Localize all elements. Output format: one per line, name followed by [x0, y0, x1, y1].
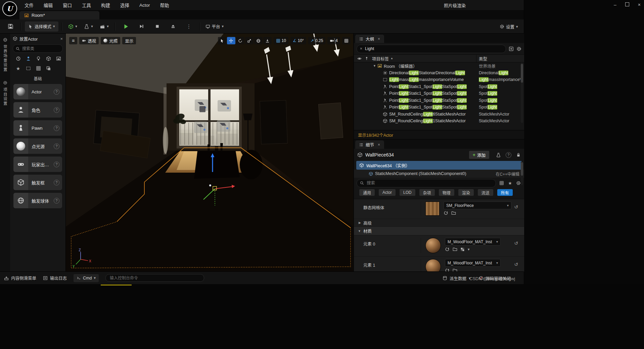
favorites-icon[interactable]: ★: [508, 181, 512, 185]
outliner-row[interactable]: SM_RoundCeilingLight6StaticMeshActorStat…: [354, 111, 524, 118]
checker-icon[interactable]: [460, 247, 465, 252]
console-command-input[interactable]: [105, 274, 204, 282]
help-icon[interactable]: ?: [54, 162, 59, 167]
outliner-search-input[interactable]: [364, 46, 503, 51]
viewport-menu-button[interactable]: ≡: [69, 37, 77, 44]
cmd-dropdown[interactable]: Cmd ▾: [74, 274, 99, 282]
placement-search[interactable]: [13, 44, 63, 53]
lit-mode-dropdown[interactable]: 光照: [101, 37, 120, 44]
placement-search-input[interactable]: [21, 46, 60, 51]
details-search-input[interactable]: [366, 180, 493, 186]
place-item-sphere-trigger[interactable]: 触发球体 ?: [13, 193, 62, 208]
recent-fx-icon[interactable]: ★: [14, 64, 22, 72]
outliner-settings-icon[interactable]: [516, 46, 521, 51]
details-search[interactable]: [357, 179, 496, 187]
item-label-column[interactable]: 项目标签 ▲: [372, 55, 393, 62]
outliner-row[interactable]: PointLightStatic1_SpotLightStaSpotLightS…: [354, 97, 524, 104]
perspective-dropdown[interactable]: 透视: [79, 37, 99, 44]
settings-dropdown[interactable]: 设置 ▾: [498, 21, 520, 32]
filter-physics[interactable]: 物理: [439, 189, 454, 196]
help-icon[interactable]: ?: [54, 125, 59, 131]
content-drawer-button[interactable]: 内容侧滑菜单: [4, 275, 36, 281]
pin-column-icon[interactable]: [365, 56, 369, 60]
outliner-search[interactable]: ×: [357, 45, 506, 53]
filter-actor[interactable]: Actor: [379, 189, 396, 196]
help-icon[interactable]: ?: [506, 152, 511, 158]
eject-button[interactable]: [166, 21, 180, 32]
place-item-character[interactable]: 角色 ?: [13, 102, 62, 118]
viewport-scene[interactable]: Z X Y: [66, 34, 353, 271]
filter-all[interactable]: 所有: [497, 189, 513, 196]
menu-select[interactable]: 选择: [115, 2, 134, 8]
menu-edit[interactable]: 编辑: [39, 2, 58, 8]
collapsed-drawer-indicator[interactable]: [101, 285, 132, 286]
project-settings-tab[interactable]: 项目设置: [2, 88, 8, 106]
recent-light-icon[interactable]: [34, 55, 42, 62]
minimize-button[interactable]: –: [614, 2, 616, 7]
outliner-row-world[interactable]: ▼ Room （编辑器） 世界场景: [354, 62, 524, 70]
menu-build[interactable]: 构建: [96, 2, 115, 8]
outliner-row[interactable]: PointLightStatic1_SpotLightStaSpotLightS…: [354, 83, 524, 90]
tab-details[interactable]: 细节 ×: [355, 140, 384, 149]
place-item-pawn[interactable]: Pawn ?: [13, 120, 62, 136]
recent-volume-icon[interactable]: [24, 64, 32, 72]
browse-to-asset-icon[interactable]: [453, 247, 457, 252]
help-icon[interactable]: ?: [54, 89, 59, 95]
lock-icon[interactable]: [516, 152, 521, 157]
use-selected-asset-icon[interactable]: [445, 247, 450, 252]
recent-level-icon[interactable]: [54, 55, 62, 62]
material-thumbnail[interactable]: [425, 259, 441, 272]
viewport-layout-button[interactable]: [342, 37, 351, 44]
advanced-section[interactable]: ▶ 高级: [354, 219, 524, 227]
grid-snap-control[interactable]: 10: [274, 37, 288, 44]
show-dropdown[interactable]: 显示: [122, 37, 136, 44]
details-scrollbar[interactable]: [521, 162, 523, 185]
outliner-scrollbar[interactable]: [521, 62, 523, 123]
help-icon[interactable]: ?: [54, 198, 59, 204]
scale-tool-button[interactable]: [245, 37, 254, 44]
save-button[interactable]: [3, 21, 17, 32]
filter-streaming[interactable]: 流送: [478, 189, 493, 196]
platforms-dropdown[interactable]: 平台 ▾: [203, 21, 226, 32]
stop-button[interactable]: [150, 21, 165, 32]
outliner-row[interactable]: SM_RoundCeilingLight1StaticMeshActorStat…: [354, 118, 524, 125]
scale-snap-control[interactable]: ↗ 0.25: [308, 37, 325, 44]
play-button[interactable]: [119, 21, 133, 32]
details-settings-icon[interactable]: [516, 181, 521, 185]
display-options-icon[interactable]: [499, 181, 504, 185]
frame-skip-button[interactable]: [135, 21, 149, 32]
menu-window[interactable]: 窗口: [58, 2, 77, 8]
recent-character-icon[interactable]: [24, 55, 32, 62]
materials-section-header[interactable]: ▼ 材质: [354, 227, 524, 235]
reset-to-default-icon[interactable]: ↺: [514, 262, 518, 267]
viewport[interactable]: Z X Y ≡ 透视 光照 显示: [66, 34, 353, 271]
derived-data-button[interactable]: 派生数据 ▾: [443, 275, 471, 281]
select-mode-dropdown[interactable]: 选择模式 ▾: [25, 21, 58, 32]
outliner-row[interactable]: DirectionalLightStationarDirectionalLigh…: [354, 70, 524, 77]
outliner-row[interactable]: PointLightStatic1_SpotLightStaSpotLightS…: [354, 90, 524, 97]
static-mesh-dropdown[interactable]: SM_FloorPiece ▾: [444, 202, 511, 209]
world-settings-icon[interactable]: [3, 38, 7, 42]
world-settings-tab[interactable]: 世界场景设置: [2, 45, 8, 72]
blueprints-dropdown[interactable]: ▾: [82, 21, 96, 32]
clear-search-icon[interactable]: ×: [360, 46, 362, 51]
project-settings-icon[interactable]: [3, 81, 7, 85]
photoreal-render-label[interactable]: 照片级渲染: [444, 0, 466, 10]
place-item-actor[interactable]: Actor ?: [13, 84, 62, 99]
output-log-button[interactable]: 输出日志: [43, 275, 67, 281]
static-mesh-thumbnail[interactable]: [425, 202, 440, 216]
filter-misc[interactable]: 杂项: [419, 189, 435, 196]
add-actor-dropdown[interactable]: ▾: [66, 21, 80, 32]
filter-lod[interactable]: LOD: [400, 189, 415, 196]
material-thumbnail[interactable]: [425, 238, 441, 253]
maximize-button[interactable]: [625, 2, 629, 7]
surface-snap-toggle[interactable]: [263, 37, 272, 44]
recent-clock-icon[interactable]: [14, 55, 22, 62]
reset-to-default-icon[interactable]: ↺: [514, 204, 518, 210]
recent-shape-icon[interactable]: [44, 55, 52, 62]
menu-help[interactable]: 帮助: [155, 2, 174, 8]
help-icon[interactable]: ?: [54, 180, 59, 185]
camera-speed-control[interactable]: 4: [327, 37, 340, 44]
level-tab-room[interactable]: Room*: [19, 11, 99, 19]
filter-general[interactable]: 通用: [359, 189, 375, 196]
